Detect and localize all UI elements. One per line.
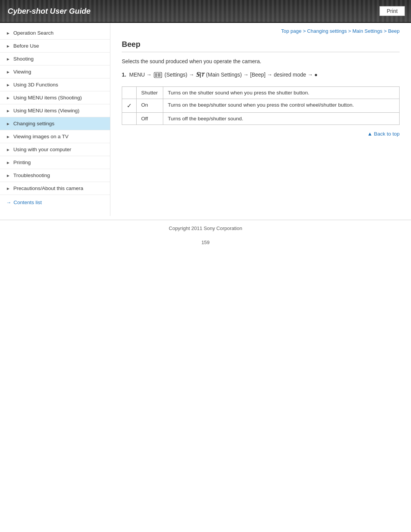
breadcrumb: Top page > Changing settings > Main Sett… [122, 23, 400, 38]
table-cell-mode: On [137, 99, 163, 112]
sidebar-label: Changing settings [13, 121, 54, 126]
sidebar-item-viewing-tv[interactable]: ► Viewing images on a TV [0, 130, 110, 143]
table-cell-desc: Turns on the shutter sound when you pres… [163, 86, 400, 99]
print-button[interactable]: Print [379, 6, 405, 16]
sidebar-item-operation-search[interactable]: ► Operation Search [0, 27, 110, 40]
sidebar-label: Using MENU items (Viewing) [13, 108, 80, 113]
content-description: Selects the sound produced when you oper… [122, 58, 400, 64]
arrow-icon: ► [6, 83, 10, 87]
header-print-area: Print [379, 0, 411, 22]
sidebar-item-menu-viewing[interactable]: ► Using MENU items (Viewing) [0, 104, 110, 117]
contents-list-label: Contents list [14, 200, 42, 205]
sidebar-label: Precautions/About this camera [13, 185, 83, 191]
table-row: ✓ On Turns on the beep/shutter sound whe… [122, 99, 400, 112]
beep-table: Shutter Turns on the shutter sound when … [122, 86, 400, 125]
arrow-icon: ► [6, 134, 10, 139]
breadcrumb-main-settings[interactable]: Main Settings [352, 28, 382, 34]
app-title: Cyber-shot User Guide [8, 7, 91, 16]
breadcrumb-sep3: > [384, 28, 388, 34]
sidebar-item-shooting[interactable]: ► Shooting [0, 53, 110, 66]
arrow-icon: ► [6, 109, 10, 113]
footer-copyright: Copyright 2011 Sony Corporation [169, 225, 242, 231]
sidebar-label: Viewing [13, 69, 31, 75]
arrow-icon: ► [6, 147, 10, 152]
arrow-icon: ► [6, 44, 10, 48]
page-number: 159 [0, 236, 411, 248]
sidebar-label: Operation Search [13, 30, 54, 36]
table-row: Off Turns off the beep/shutter sound. [122, 112, 400, 125]
page-title: Beep [122, 40, 400, 52]
table-cell-mode: Off [137, 112, 163, 125]
svg-rect-1 [155, 73, 157, 75]
sidebar-label: Using 3D Functions [13, 82, 58, 88]
page-layout: ► Operation Search ► Before Use ► Shooti… [0, 23, 411, 216]
settings-icon [154, 72, 162, 78]
breadcrumb-sep1: > [303, 28, 307, 34]
table-cell-icon [122, 112, 137, 125]
arrow-icon: ► [6, 96, 10, 100]
breadcrumb-top[interactable]: Top page [281, 28, 302, 34]
arrow-icon: ► [6, 173, 10, 178]
sidebar-item-precautions[interactable]: ► Precautions/About this camera [0, 182, 110, 195]
step-number: 1. [122, 72, 126, 78]
sidebar-item-before-use[interactable]: ► Before Use [0, 40, 110, 53]
arrow-icon: ► [6, 31, 10, 35]
arrow-icon: ► [6, 57, 10, 61]
sidebar-item-troubleshooting[interactable]: ► Troubleshooting [0, 169, 110, 182]
sidebar-label: Shooting [13, 56, 33, 62]
breadcrumb-beep[interactable]: Beep [388, 28, 400, 34]
arrow-icon: ► [6, 121, 10, 126]
sidebar-item-menu-shooting[interactable]: ► Using MENU items (Shooting) [0, 91, 110, 104]
instruction-block: 1. MENU → (Settings) → 𝕊|T (Main Setting… [122, 70, 400, 80]
contents-list-link[interactable]: → Contents list [0, 195, 110, 208]
table-cell-desc: Turns on the beep/shutter sound when you… [163, 99, 400, 112]
sidebar-label: Using with your computer [13, 147, 71, 152]
svg-rect-4 [158, 75, 161, 75]
back-to-top-link[interactable]: ▲ Back to top [367, 131, 400, 137]
svg-rect-2 [155, 75, 157, 77]
table-row: Shutter Turns on the shutter sound when … [122, 86, 400, 99]
main-settings-symbol: 𝕊|T [196, 71, 204, 78]
sidebar-item-viewing[interactable]: ► Viewing [0, 66, 110, 78]
svg-rect-5 [158, 76, 161, 77]
sidebar-label: Printing [13, 160, 31, 165]
sidebar-item-changing-settings[interactable]: ► Changing settings [0, 117, 110, 130]
sidebar-label: Troubleshooting [13, 173, 50, 178]
sidebar-label: Before Use [13, 43, 39, 49]
sidebar-item-printing[interactable]: ► Printing [0, 156, 110, 169]
arrow-icon: ► [6, 186, 10, 191]
main-settings-label: (Main Settings) → [Beep] → desired mode … [206, 72, 317, 78]
arrow-icon: ► [6, 160, 10, 165]
header-logo-area: Cyber-shot User Guide [0, 0, 379, 22]
table-cell-icon: ✓ [122, 99, 137, 112]
back-to-top: ▲ Back to top [122, 131, 400, 137]
breadcrumb-changing[interactable]: Changing settings [307, 28, 347, 34]
sidebar-label: Using MENU items (Shooting) [13, 95, 82, 101]
main-content: Top page > Changing settings > Main Sett… [110, 23, 411, 152]
sidebar-label: Viewing images on a TV [13, 134, 68, 139]
contents-arrow-icon: → [6, 200, 11, 205]
svg-rect-3 [158, 73, 161, 74]
arrow-icon: ► [6, 70, 10, 74]
table-cell-icon [122, 86, 137, 99]
sidebar-item-using-3d[interactable]: ► Using 3D Functions [0, 78, 110, 91]
header: Cyber-shot User Guide Print [0, 0, 411, 23]
table-cell-mode: Shutter [137, 86, 163, 99]
table-cell-desc: Turns off the beep/shutter sound. [163, 112, 400, 125]
sidebar: ► Operation Search ► Before Use ► Shooti… [0, 23, 110, 216]
footer: Copyright 2011 Sony Corporation [0, 220, 411, 236]
sidebar-item-using-computer[interactable]: ► Using with your computer [0, 143, 110, 156]
breadcrumb-sep2: > [348, 28, 352, 34]
